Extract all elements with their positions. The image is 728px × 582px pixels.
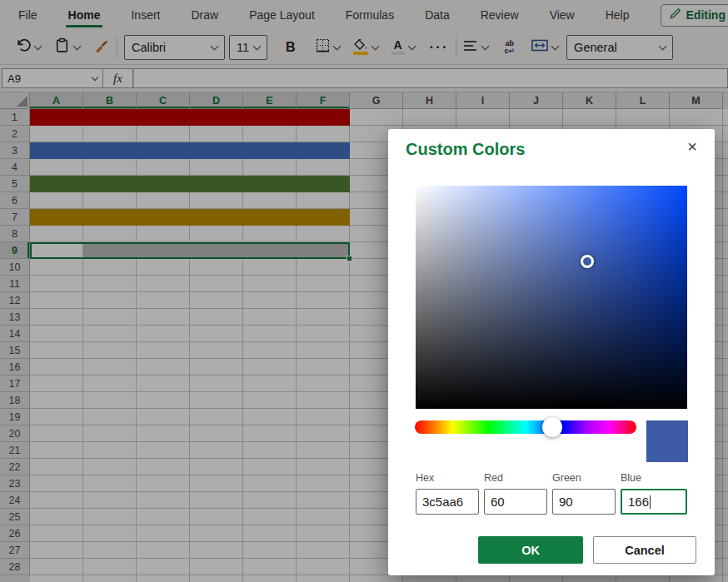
close-button[interactable]: × bbox=[681, 136, 703, 157]
red-input[interactable]: 60 bbox=[484, 489, 547, 515]
excel-window: FileHomeInsertDrawPage LayoutFormulasDat… bbox=[0, 0, 728, 582]
blue-value: 166 bbox=[628, 495, 649, 509]
hue-slider-thumb[interactable] bbox=[542, 417, 562, 437]
green-field-group: Green 90 bbox=[552, 472, 616, 515]
green-input[interactable]: 90 bbox=[552, 489, 616, 515]
color-picker-thumb[interactable] bbox=[581, 255, 594, 268]
selected-color-swatch bbox=[646, 420, 688, 462]
dialog-title: Custom Colors bbox=[406, 140, 525, 159]
text-cursor bbox=[650, 495, 651, 509]
cancel-button[interactable]: Cancel bbox=[593, 536, 696, 564]
green-value: 90 bbox=[559, 495, 573, 509]
ok-label: OK bbox=[521, 544, 540, 557]
saturation-value-picker[interactable] bbox=[416, 186, 687, 409]
custom-colors-dialog: Custom Colors × Hex 3c5aa6 Red 60 Green … bbox=[388, 129, 715, 575]
red-value: 60 bbox=[491, 495, 505, 509]
red-field-group: Red 60 bbox=[484, 472, 547, 515]
hue-slider[interactable] bbox=[415, 420, 636, 434]
hex-value: 3c5aa6 bbox=[422, 495, 463, 509]
close-icon: × bbox=[687, 137, 697, 157]
blue-input[interactable]: 166 bbox=[621, 489, 687, 515]
blue-field-group: Blue 166 bbox=[621, 472, 687, 515]
color-value-fields: Hex 3c5aa6 Red 60 Green 90 Blue 166 bbox=[416, 472, 688, 515]
dialog-buttons: OK Cancel bbox=[388, 536, 696, 564]
ok-button[interactable]: OK bbox=[478, 536, 583, 564]
hex-input[interactable]: 3c5aa6 bbox=[416, 489, 479, 515]
red-label: Red bbox=[484, 472, 547, 484]
cancel-label: Cancel bbox=[625, 544, 665, 557]
hex-field-group: Hex 3c5aa6 bbox=[416, 472, 479, 515]
hex-label: Hex bbox=[416, 472, 479, 484]
blue-label: Blue bbox=[621, 472, 687, 484]
green-label: Green bbox=[552, 472, 616, 484]
